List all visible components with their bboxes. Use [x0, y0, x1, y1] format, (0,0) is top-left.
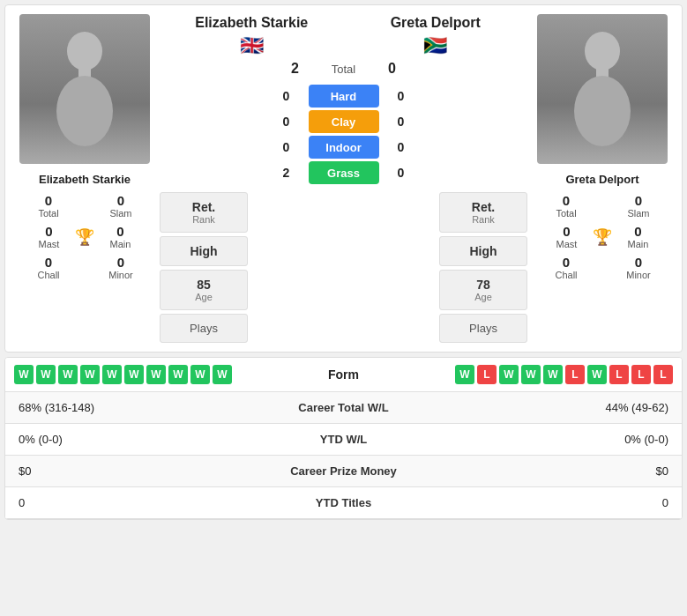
stat-left-val: 68% (316-148): [5, 392, 242, 424]
left-minor-stats: 0 Chall 0 Minor: [14, 255, 155, 280]
right-rank-value: Ret.: [444, 200, 522, 214]
clay-badge: Clay: [309, 110, 379, 133]
stats-row: 0 YTD Titles 0: [5, 487, 682, 519]
right-main-value: 0: [634, 224, 641, 239]
form-badge-left: W: [80, 365, 100, 384]
left-main-value: 0: [116, 224, 123, 239]
form-badge-right: L: [477, 365, 497, 384]
svg-point-3: [585, 32, 620, 71]
left-chall-label: Chall: [37, 270, 59, 280]
right-stat-chall: 0 Chall: [532, 255, 601, 280]
right-age-value: 78: [444, 278, 522, 292]
stat-left-val: 0% (0-0): [5, 424, 242, 456]
stats-row: 0% (0-0) YTD W/L 0% (0-0): [5, 424, 682, 456]
right-rank-panel: Ret. Rank: [439, 192, 527, 233]
hard-left: 0: [273, 89, 300, 103]
left-age-value: 85: [165, 278, 243, 292]
indoor-row: 0 Indoor 0: [273, 136, 414, 159]
clay-row: 0 Clay 0: [273, 110, 414, 133]
form-row: WWWWWWWWWW Form WLWWWLWLLL: [5, 358, 682, 392]
grass-left: 2: [273, 166, 300, 180]
stats-row: 68% (316-148) Career Total W/L 44% (49-6…: [5, 392, 682, 424]
right-minor-label: Minor: [626, 270, 651, 280]
left-plays-panel: Plays: [160, 314, 248, 343]
right-trophy-row: 0 Mast 🏆 0 Main: [532, 222, 673, 251]
left-rank-panel: Ret. Rank: [160, 192, 248, 233]
left-stat-mast: 0 Mast: [23, 224, 75, 249]
stats-table: 68% (316-148) Career Total W/L 44% (49-6…: [5, 392, 682, 519]
right-flag: 🇿🇦: [344, 34, 528, 57]
grass-badge: Grass: [309, 161, 379, 184]
left-stat-chall: 0 Chall: [14, 255, 83, 280]
left-rank-label: Rank: [165, 214, 243, 225]
right-minor-stats: 0 Chall 0 Minor: [532, 255, 673, 280]
form-badge-left: W: [36, 365, 56, 384]
stat-right-val: 0% (0-0): [445, 424, 682, 456]
left-age-panel: 85 Age: [160, 270, 248, 310]
right-slam-label: Slam: [627, 208, 649, 219]
left-rank-value: Ret.: [165, 200, 243, 214]
left-main-label: Main: [110, 239, 131, 249]
left-total-label: Total: [38, 208, 58, 219]
left-player-stats: 0 Total 0 Slam: [14, 193, 155, 219]
clay-left: 0: [273, 115, 300, 129]
right-name-center: Greta Delport: [344, 14, 528, 31]
right-stat-mast: 0 Mast: [541, 224, 593, 249]
stat-left-val: 0: [5, 487, 242, 519]
right-plays-label: Plays: [444, 322, 522, 335]
form-badge-right: W: [499, 365, 519, 384]
right-total-label: Total: [556, 208, 576, 219]
form-badge-left: W: [146, 365, 166, 384]
left-player-avatar: [19, 14, 150, 164]
grass-row: 2 Grass 0: [273, 161, 414, 184]
form-badge-left: W: [102, 365, 122, 384]
right-player-name: Greta Delport: [565, 173, 638, 186]
left-stat-slam: 0 Slam: [86, 193, 155, 219]
stat-right-val: 44% (49-62): [445, 392, 682, 424]
hard-badge: Hard: [309, 85, 379, 108]
right-slam-value: 0: [635, 193, 642, 208]
right-age-panel: 78 Age: [439, 270, 527, 310]
left-player-panel: Elizabeth Starkie 0 Total 0 Slam 0 Mast …: [14, 14, 155, 343]
left-mast-value: 0: [45, 224, 52, 239]
left-total-value: 0: [45, 193, 52, 208]
left-total-score: 2: [282, 61, 309, 77]
left-chall-value: 0: [45, 255, 52, 270]
right-rank-label: Rank: [444, 214, 522, 225]
right-plays-panel: Plays: [439, 314, 527, 343]
right-total-score: 0: [379, 61, 406, 77]
right-trophy-icon: 🏆: [593, 227, 612, 247]
hard-right: 0: [388, 89, 414, 103]
form-badge-left: W: [213, 365, 232, 384]
form-badge-right: L: [609, 365, 629, 384]
left-trophy-icon: 🏆: [75, 227, 94, 247]
grass-right: 0: [388, 166, 414, 180]
left-mast-label: Mast: [39, 239, 60, 249]
left-stat-total: 0 Total: [14, 193, 83, 219]
right-minor-value: 0: [635, 255, 642, 270]
left-minor-label: Minor: [108, 270, 133, 280]
stat-left-val: $0: [5, 456, 242, 487]
right-chall-value: 0: [563, 255, 570, 270]
left-slam-label: Slam: [109, 208, 131, 219]
left-stat-minor: 0 Minor: [86, 255, 155, 280]
left-minor-value: 0: [117, 255, 124, 270]
left-name-center: Elizabeth Starkie: [160, 14, 344, 31]
form-badge-left: W: [168, 365, 188, 384]
total-label: Total: [317, 63, 370, 76]
right-stat-total: 0 Total: [532, 193, 601, 219]
stat-right-val: 0: [445, 487, 682, 519]
left-form-badges: WWWWWWWWWW: [14, 365, 291, 384]
right-stat-minor: 0 Minor: [604, 255, 673, 280]
form-badge-right: L: [631, 365, 651, 384]
left-age-label: Age: [165, 292, 243, 302]
right-stat-main: 0 Main: [612, 224, 664, 249]
total-row: 2 Total 0: [282, 61, 406, 77]
indoor-right: 0: [388, 140, 414, 154]
form-badge-left: W: [190, 365, 210, 384]
left-plays-label: Plays: [165, 322, 243, 335]
left-stat-main: 0 Main: [94, 224, 146, 249]
left-high-panel: High: [160, 236, 248, 266]
stat-center-label: Career Total W/L: [242, 392, 444, 424]
stat-right-val: $0: [445, 456, 682, 487]
